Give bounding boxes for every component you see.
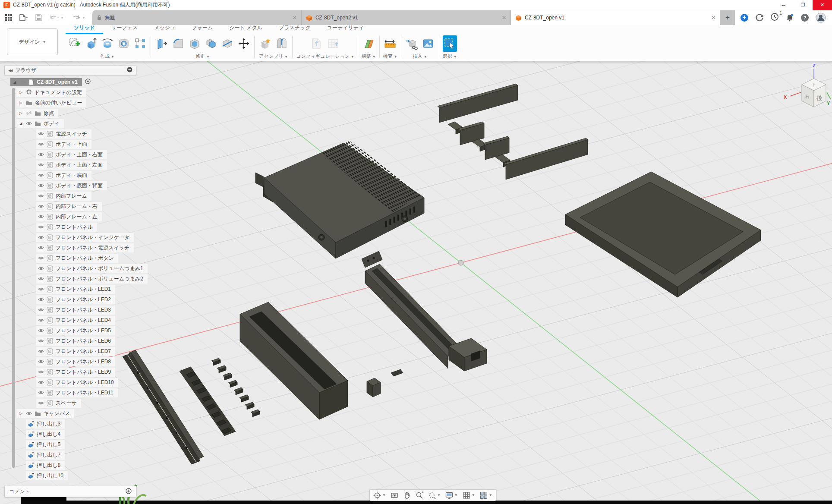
- comment-panel[interactable]: コメント: [4, 486, 136, 497]
- app-grid-button[interactable]: [5, 14, 12, 21]
- browser-item[interactable]: フロントパネル・LED7: [4, 346, 136, 356]
- canvas-button[interactable]: [421, 35, 435, 52]
- measure-button[interactable]: [383, 35, 397, 52]
- select-button[interactable]: [443, 35, 457, 52]
- browser-item[interactable]: 押し出し8: [4, 460, 136, 470]
- browser-item[interactable]: 内部フレーム・右: [4, 201, 136, 211]
- browser-item[interactable]: ボディ・底面・背面: [4, 180, 136, 191]
- browser-item[interactable]: スペーサ: [4, 398, 136, 408]
- browser-item[interactable]: フロントパネル・LED9: [4, 367, 136, 377]
- viewport-3d[interactable]: ◀◀ ブラウザ ◢ CZ-8DT_open v1 ▷ドキュメントの設定 ▷名前の…: [0, 61, 832, 504]
- minimize-panel-icon[interactable]: [127, 67, 132, 74]
- ribbon-group-label[interactable]: 構築 ▼: [362, 53, 376, 60]
- eye-icon[interactable]: [38, 317, 44, 323]
- extrude-button[interactable]: [84, 35, 98, 52]
- browser-item[interactable]: 内部フレーム: [4, 191, 136, 201]
- grid-snap-button[interactable]: ▼: [463, 491, 475, 499]
- eye-icon[interactable]: [38, 286, 44, 292]
- expand-closed-icon[interactable]: ▷: [18, 101, 23, 105]
- ribbon-tab-1[interactable]: サーフェス: [103, 24, 146, 34]
- undo-button[interactable]: ▼: [49, 14, 64, 21]
- expand-closed-icon[interactable]: ▷: [18, 90, 23, 94]
- extensions-button[interactable]: [740, 13, 749, 22]
- ribbon-group-label[interactable]: 修正 ▼: [195, 53, 210, 60]
- eye-icon[interactable]: [38, 390, 44, 396]
- eye-icon[interactable]: [38, 224, 44, 230]
- eye-icon[interactable]: [38, 276, 44, 282]
- eye-icon[interactable]: [38, 379, 44, 385]
- browser-item[interactable]: フロントパネル・LED10: [4, 377, 136, 387]
- chevron-down-icon[interactable]: ▼: [60, 16, 64, 20]
- eye-icon[interactable]: [38, 183, 44, 189]
- close-tab-icon[interactable]: ✕: [711, 15, 715, 21]
- chevron-down-icon[interactable]: ▼: [489, 493, 492, 497]
- eye-icon[interactable]: [38, 255, 44, 261]
- joint-button[interactable]: [274, 35, 289, 52]
- save-button[interactable]: [35, 14, 42, 21]
- eye-icon[interactable]: [38, 141, 44, 147]
- eye-icon[interactable]: [38, 400, 44, 406]
- browser-root-item[interactable]: ◢ CZ-8DT_open v1: [4, 77, 136, 87]
- display-settings-button[interactable]: ▼: [445, 491, 458, 499]
- ribbon-group-label[interactable]: コンフィギュレーション ▼: [296, 53, 354, 60]
- eye-icon[interactable]: [38, 151, 44, 158]
- shell-button[interactable]: [187, 35, 202, 52]
- move-button[interactable]: [236, 35, 251, 52]
- chevron-down-icon[interactable]: ▼: [382, 493, 386, 497]
- browser-item[interactable]: 押し出し7: [4, 450, 136, 460]
- ribbon-group-label[interactable]: 挿入 ▼: [413, 53, 427, 60]
- chevron-down-icon[interactable]: ▼: [82, 16, 85, 20]
- ribbon-group-label[interactable]: アセンブリ ▼: [259, 53, 288, 60]
- maximize-button[interactable]: ❐: [793, 0, 813, 10]
- close-button[interactable]: ✕: [813, 0, 832, 10]
- orbit-button[interactable]: ▼: [373, 491, 386, 499]
- redo-button[interactable]: ▼: [71, 14, 85, 21]
- expand-open-icon[interactable]: ◢: [12, 80, 17, 84]
- eye-icon[interactable]: [26, 120, 32, 126]
- ribbon-tab-5[interactable]: プラスチック: [271, 24, 319, 34]
- eye-icon[interactable]: [38, 234, 44, 240]
- browser-item[interactable]: フロントパネル・LED11: [4, 387, 136, 398]
- eye-icon[interactable]: [38, 359, 44, 365]
- browser-item[interactable]: ◢ボディ: [4, 118, 136, 129]
- document-tab-1[interactable]: 無題 ✕: [92, 10, 302, 25]
- browser-item[interactable]: ▷名前の付いたビュー: [4, 98, 136, 108]
- ribbon-tab-2[interactable]: メッシュ: [146, 24, 183, 34]
- browser-item[interactable]: 押し出し5: [4, 439, 136, 450]
- expand-closed-icon[interactable]: ▷: [18, 111, 23, 115]
- browser-header[interactable]: ◀◀ ブラウザ: [4, 66, 136, 75]
- ribbon-group-label[interactable]: 作成 ▼: [100, 53, 114, 60]
- eye-icon[interactable]: [38, 214, 44, 220]
- split-body-button[interactable]: [220, 35, 234, 52]
- fit-button[interactable]: ▼: [428, 491, 441, 499]
- eye-icon[interactable]: [38, 307, 44, 313]
- document-tab-2[interactable]: CZ-8DT_open2 v1 ✕: [302, 10, 511, 25]
- pan-button[interactable]: [403, 491, 411, 499]
- eye-icon[interactable]: [38, 131, 44, 137]
- ribbon-tab-6[interactable]: ユーティリティ: [319, 24, 372, 34]
- press-pull-button[interactable]: [154, 35, 169, 52]
- browser-item[interactable]: フロントパネル・LED4: [4, 315, 136, 325]
- ribbon-tab-0[interactable]: ソリッド: [66, 24, 103, 34]
- browser-item[interactable]: フロントパネル・ボリュームつまみ2: [4, 274, 136, 284]
- browser-item[interactable]: ボディ・底面: [4, 170, 136, 180]
- avatar-button[interactable]: [816, 13, 826, 23]
- eye-icon[interactable]: [38, 172, 44, 178]
- eye-icon[interactable]: [20, 79, 26, 85]
- browser-item[interactable]: 押し出し4: [4, 429, 136, 439]
- create-sketch-button[interactable]: [67, 35, 82, 52]
- browser-item[interactable]: ▷原点: [4, 108, 136, 118]
- browser-item[interactable]: ボディ・上面: [4, 139, 136, 149]
- browser-item[interactable]: フロントパネル・インジケータ: [4, 232, 136, 243]
- workspace-selector[interactable]: デザイン ▼: [7, 28, 58, 55]
- close-tab-icon[interactable]: ✕: [502, 15, 506, 21]
- browser-item[interactable]: フロントパネル・LED3: [4, 305, 136, 315]
- add-comment-icon[interactable]: [126, 488, 132, 495]
- document-tab-3[interactable]: CZ-8DT_open v1 ✕: [511, 10, 720, 25]
- insert-mesh-button[interactable]: [405, 35, 419, 52]
- browser-item[interactable]: フロントパネル・ボリュームつまみ1: [4, 263, 136, 274]
- browser-item[interactable]: 電源スイッチ: [4, 129, 136, 139]
- expand-open-icon[interactable]: ◢: [18, 121, 23, 126]
- browser-item[interactable]: 押し出し10: [4, 470, 136, 481]
- ribbon-group-label[interactable]: 検査 ▼: [383, 53, 397, 60]
